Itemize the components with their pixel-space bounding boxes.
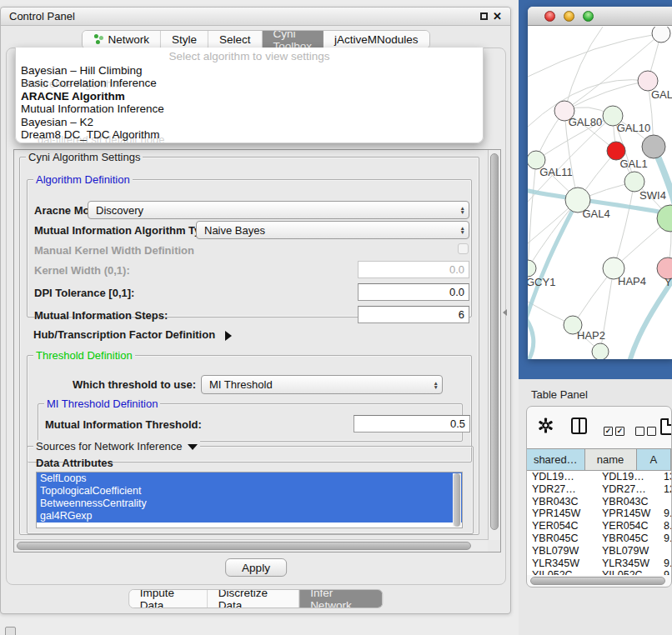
kernel-width-label: Kernel Width (0,1):: [34, 264, 130, 277]
dock-panel-icon[interactable]: [5, 627, 16, 635]
network-node-node-gray[interactable]: [642, 135, 665, 158]
table-cell: YLR345W: [532, 558, 579, 570]
columns-icon[interactable]: [571, 418, 587, 434]
table-cell: 9.: [664, 569, 671, 575]
data-attribute-item[interactable]: gal4RGexp: [37, 510, 462, 522]
table-cell: YDR27…: [602, 483, 646, 496]
minimize-traffic-light[interactable]: [564, 11, 574, 22]
gear-icon[interactable]: [538, 418, 554, 433]
data-attribute-item[interactable]: SelfLoops: [37, 472, 462, 485]
column-header[interactable]: name: [585, 449, 637, 470]
zoom-traffic-light[interactable]: [583, 11, 594, 22]
data-attribute-item[interactable]: BetweennessCentrality: [37, 498, 462, 510]
dpi-tolerance-field[interactable]: 0.0: [358, 283, 469, 301]
data-attribute-item[interactable]: TopologicalCoefficient: [37, 485, 462, 498]
table-cell: YER054C: [532, 520, 579, 532]
table-row[interactable]: YIL052CYIL052C9.: [527, 569, 671, 575]
deselect-all-checkbox-icon-2[interactable]: [647, 427, 656, 436]
tab-jactivemnodules[interactable]: jActiveMNodules: [323, 31, 429, 48]
table-cell: YIL052C: [602, 569, 643, 575]
sources-title[interactable]: Sources for Network Inference: [33, 440, 200, 452]
table-cell: YBR043C: [532, 496, 579, 508]
tab-impute-data[interactable]: Impute Data: [129, 590, 208, 608]
combo-stepper-icon: ▲▼: [460, 226, 465, 234]
network-node-GCY1[interactable]: [528, 260, 536, 277]
popup-placeholder: Select algorithm to view settings: [16, 50, 483, 62]
table-horizontal-scrollbar[interactable]: [530, 577, 668, 585]
export-file-icon[interactable]: [660, 418, 672, 435]
tab-style[interactable]: Style: [161, 31, 208, 48]
table-cell: 12: [664, 483, 671, 496]
tab-cyni-toolbox[interactable]: Cyni Toolbox: [262, 31, 323, 48]
table-rows: YDL19…YDL19…13YDR27…YDR27…12YBR043CYBR04…: [527, 471, 671, 575]
network-canvas[interactable]: GALGAL80GAL10GAL1GAL11SWI4GAL4GCY1HAP4YH…: [528, 27, 672, 359]
manual-kernel-checkbox[interactable]: [458, 243, 469, 254]
settings-scrollpane: Cyni Algorithm Settings Algorithm Defini…: [13, 149, 501, 552]
node-label-GCY1: GCY1: [528, 276, 555, 288]
tab-select[interactable]: Select: [208, 31, 263, 48]
select-all-checkbox-icon[interactable]: ✓: [604, 427, 613, 436]
aracne-mode-combobox[interactable]: Discovery ▲▼: [88, 201, 469, 219]
popup-item[interactable]: Basic Correlation Inference: [21, 77, 478, 89]
popup-item[interactable]: ARACNE Algorithm: [21, 90, 478, 102]
tab-network[interactable]: Network: [82, 31, 161, 48]
sources-title-text: Sources for Network Inference: [36, 440, 183, 452]
table-row[interactable]: YER054CYER054C8.: [527, 520, 671, 532]
table-header-row: shared…nameA: [527, 448, 671, 471]
table-row[interactable]: YPR145WYPR145W9.: [527, 508, 671, 520]
settings-horizontal-scrollbar[interactable]: [14, 539, 488, 552]
node-label-GAL80: GAL80: [569, 116, 602, 128]
table-cell: YLR345W: [602, 558, 649, 570]
tab-infer-network[interactable]: Infer Network: [299, 590, 382, 608]
network-view-panel: GALGAL80GAL10GAL1GAL11SWI4GAL4GCY1HAP4YH…: [519, 0, 672, 379]
table-cell: YPR145W: [532, 508, 580, 520]
which-threshold-value: MI Threshold: [209, 378, 273, 391]
mi-algorithm-type-combobox[interactable]: Naive Bayes ▲▼: [196, 221, 469, 239]
list-scrollbar[interactable]: [453, 473, 461, 527]
table-cell: YDR27…: [532, 483, 576, 496]
network-node-node-bottom[interactable]: [592, 343, 609, 359]
mi-threshold-field[interactable]: 0.5: [354, 415, 470, 432]
network-node-node-top[interactable]: [652, 27, 670, 42]
table-row[interactable]: YLR345WYLR345W9.: [527, 558, 671, 570]
kernel-width-value: 0.0: [449, 263, 464, 276]
column-header[interactable]: A: [637, 449, 671, 470]
popup-item[interactable]: Dream8 DC_TDC Algorithm: [21, 128, 478, 141]
kernel-width-field[interactable]: 0.0: [358, 261, 469, 278]
table-row[interactable]: YDL19…YDL19…13: [527, 471, 671, 483]
close-traffic-light[interactable]: [544, 11, 555, 22]
select-all-checkbox-icon-2[interactable]: ✓: [615, 427, 624, 436]
data-attributes-list[interactable]: SelfLoopsTopologicalCoefficientBetweenne…: [36, 472, 463, 528]
table-cell: 9.: [664, 508, 671, 520]
which-threshold-combobox[interactable]: MI Threshold ▲▼: [201, 375, 443, 394]
control-panel-titlebar: Control Panel ✕: [1, 8, 510, 26]
apply-button[interactable]: Apply: [225, 558, 287, 577]
node-label-GAL1: GAL1: [619, 158, 647, 170]
column-header[interactable]: shared…: [527, 449, 585, 470]
data-attributes-label: Data Attributes: [36, 457, 113, 469]
splitter-handle[interactable]: [503, 309, 507, 316]
table-row[interactable]: YBR043CYBR043C: [527, 496, 671, 508]
node-label-GAL10: GAL10: [617, 122, 650, 134]
dpi-tolerance-value: 0.0: [449, 286, 464, 298]
mi-steps-field[interactable]: 6: [358, 306, 469, 323]
network-window-titlebar[interactable]: [528, 7, 672, 26]
algorithm-definition-title: Algorithm Definition: [33, 173, 133, 186]
close-icon[interactable]: ✕: [493, 11, 502, 22]
table-row[interactable]: YDR27…YDR27…12: [527, 483, 671, 496]
node-label-SWI4: SWI4: [639, 189, 666, 202]
popup-item[interactable]: Bayesian – K2: [21, 116, 478, 128]
table-row[interactable]: YBL079WYBL079W: [527, 545, 671, 558]
hub-definition-section[interactable]: Hub/Transcription Factor Definition: [33, 328, 232, 341]
tab-discretize-data[interactable]: Discretize Data: [208, 590, 299, 608]
tab-label: Cyni Toolbox: [273, 30, 312, 49]
manual-kernel-label: Manual Kernel Width Definition: [34, 244, 194, 257]
float-window-icon[interactable]: [480, 12, 488, 20]
mi-steps-label: Mutual Information Steps:: [34, 309, 168, 322]
popup-item[interactable]: Mutual Information Inference: [21, 102, 478, 115]
table-row[interactable]: YBR045CYBR045C9.: [527, 532, 671, 545]
settings-vertical-scrollbar[interactable]: [488, 150, 500, 540]
deselect-all-checkbox-icon[interactable]: [635, 427, 644, 436]
table-cell: YBR045C: [532, 532, 579, 545]
popup-item[interactable]: Bayesian – Hill Climbing: [21, 64, 478, 77]
